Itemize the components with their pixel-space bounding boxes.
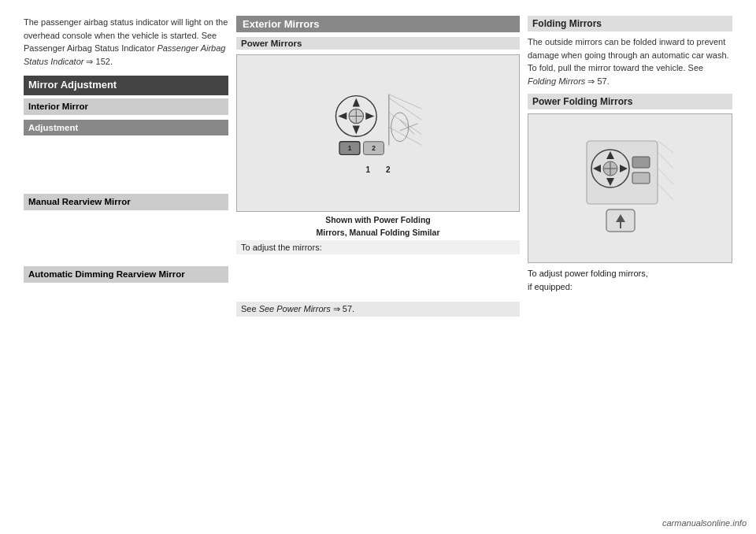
power-folding-image [528, 113, 732, 263]
auto-dimming-content [24, 287, 228, 319]
svg-line-34 [658, 141, 673, 153]
manual-rearview-content [24, 215, 228, 258]
image-caption-line1: Shown with Power Folding [236, 215, 520, 224]
manual-rearview-header: Manual Rearview Mirror [24, 194, 228, 210]
content-area: The passenger airbag status indicator wi… [0, 0, 756, 534]
to-adjust-text: To adjust the mirrors: [236, 240, 520, 254]
interior-mirror-header: Interior Mirror [24, 98, 228, 115]
svg-line-36 [658, 169, 673, 184]
svg-marker-2 [353, 125, 360, 134]
svg-line-18 [400, 120, 414, 134]
see-power-mirrors: See See Power Mirrors ⇒ 57. [236, 302, 520, 317]
svg-line-35 [658, 153, 673, 169]
watermark: carmanualsonline.info [662, 518, 747, 528]
mirror-image-box: 1 2 1 2 [236, 54, 520, 212]
adjustment-label: Adjustment [24, 120, 228, 136]
svg-line-37 [658, 184, 673, 200]
image-caption-line2: Mirrors, Manual Folding Similar [236, 228, 520, 237]
power-folding-svg [583, 137, 677, 239]
svg-text:1: 1 [348, 143, 352, 151]
button-labels: 1 2 [365, 165, 390, 174]
right-column: Folding Mirrors The outside mirrors can … [528, 16, 732, 526]
svg-line-15 [389, 127, 422, 145]
svg-rect-29 [632, 157, 650, 168]
svg-point-17 [391, 112, 409, 141]
middle-spacer [236, 258, 520, 297]
power-mirrors-label: Power Mirrors [236, 37, 520, 50]
svg-rect-30 [632, 172, 650, 184]
svg-text:2: 2 [372, 143, 376, 151]
intro-paragraph: The passenger airbag status indicator wi… [24, 16, 228, 68]
left-column: The passenger airbag status indicator wi… [24, 16, 228, 526]
adjustment-content [24, 139, 228, 186]
intro-ref: 152. [96, 57, 113, 66]
exterior-mirrors-header: Exterior Mirrors [236, 16, 520, 32]
folding-text: The outside mirrors can be folded inward… [528, 35, 732, 87]
svg-marker-4 [365, 112, 374, 119]
middle-column: Exterior Mirrors Power Mirrors [236, 16, 520, 526]
mirror-adjustment-header: Mirror Adjustment [24, 76, 228, 95]
mirror-controls-svg: 1 2 [331, 90, 425, 161]
svg-line-19 [400, 123, 418, 130]
adjust-text: To adjust power folding mirrors, if equi… [528, 267, 732, 293]
page: The passenger airbag status indicator wi… [0, 0, 756, 534]
svg-marker-1 [353, 98, 360, 106]
power-folding-mirrors-header: Power Folding Mirrors [528, 94, 732, 109]
folding-mirrors-header: Folding Mirrors [528, 16, 732, 32]
svg-marker-3 [338, 112, 346, 119]
auto-dimming-header: Automatic Dimming Rearview Mirror [24, 266, 228, 283]
